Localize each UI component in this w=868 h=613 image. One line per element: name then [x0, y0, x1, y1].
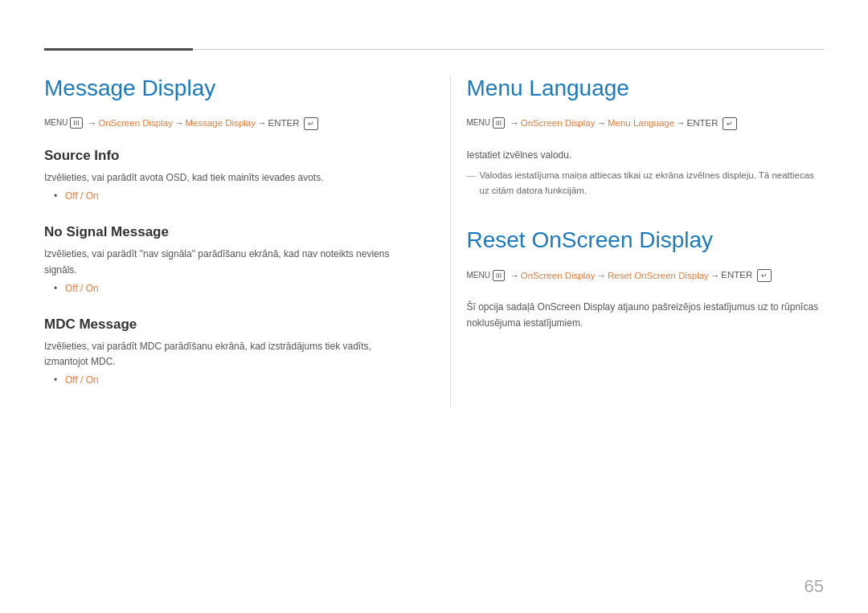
osd-link-r: OnScreen Display: [521, 116, 596, 129]
no-signal-bullets: Off / On: [54, 283, 402, 294]
source-info-body: Izvēlieties, vai parādīt avota OSD, kad …: [44, 170, 402, 186]
menu-language-body: Iestatiet izvēlnes valodu.: [467, 148, 825, 163]
reset-osd-path: MENU III → OnScreen Display → Reset OnSc…: [467, 268, 825, 283]
enter-label: ENTER ↵: [268, 116, 318, 131]
no-signal-bullet-item: Off / On: [54, 283, 402, 294]
no-signal-bullet-text: Off / On: [65, 283, 99, 294]
arrow-r21: →: [510, 269, 519, 282]
page-number: 65: [805, 576, 824, 597]
arrow2: →: [174, 116, 184, 129]
msg-display-link: Message Display: [185, 116, 256, 129]
menu-label-r2: MENU III: [467, 270, 507, 281]
source-info-bullet-item: Off / On: [54, 190, 402, 202]
reset-osd-link: Reset OnScreen Display: [608, 269, 709, 282]
page-container: Message Display MENU III → OnScreen Disp…: [0, 0, 868, 440]
left-menu-path: MENU III → OnScreen Display → Message Di…: [44, 116, 402, 131]
accent-line: [44, 48, 193, 51]
menu-label-r: MENU III: [467, 117, 507, 129]
source-info-section: Source Info Izvēlieties, vai parādīt avo…: [44, 148, 402, 202]
reset-body-link: OnScreen Display: [538, 301, 616, 313]
reset-body-prefix: Šī opcija sadaļā: [467, 301, 538, 313]
mdc-bullets: Off / On: [54, 374, 402, 386]
mdc-bullet-item: Off / On: [54, 374, 402, 386]
arrow-r2: →: [596, 116, 606, 129]
mdc-title: MDC Message: [44, 317, 402, 333]
source-info-title: Source Info: [44, 148, 402, 164]
no-signal-body: Izvēlieties, vai parādīt "nav signāla" p…: [44, 247, 402, 277]
arrow3: →: [257, 116, 267, 129]
menu-lang-link: Menu Language: [608, 116, 674, 129]
reset-osd-body: Šī opcija sadaļā OnScreen Display atjaun…: [467, 300, 825, 330]
menu-language-section: Menu Language MENU III → OnScreen Displa…: [467, 75, 825, 198]
enter-label-r: ENTER ↵: [687, 116, 737, 131]
menu-label: MENU III: [44, 117, 84, 129]
menu-language-note: Valodas iestatījuma maiņa attiecas tikai…: [467, 168, 825, 198]
two-columns: Message Display MENU III → OnScreen Disp…: [44, 75, 824, 408]
menu-language-title: Menu Language: [467, 75, 825, 102]
top-lines: [44, 48, 824, 51]
source-info-bullet-text: Off / On: [65, 190, 99, 202]
arrow-r3: →: [676, 116, 686, 129]
osd-link-r2: OnScreen Display: [521, 269, 596, 282]
no-signal-title: No Signal Message: [44, 224, 402, 240]
reset-osd-section: Reset OnScreen Display MENU III → OnScre…: [467, 227, 825, 331]
no-signal-section: No Signal Message Izvēlieties, vai parād…: [44, 224, 402, 293]
thin-line: [193, 49, 824, 50]
arrow1: →: [88, 116, 97, 129]
menu-language-path: MENU III → OnScreen Display → Menu Langu…: [467, 116, 825, 131]
arrow-r1: →: [510, 116, 519, 129]
source-info-bullets: Off / On: [54, 190, 402, 202]
arrow-r23: →: [710, 269, 720, 282]
right-column: Menu Language MENU III → OnScreen Displa…: [450, 75, 825, 408]
arrow-r22: →: [596, 269, 606, 282]
osd-link: OnScreen Display: [98, 116, 173, 129]
mdc-body: Izvēlieties, vai parādīt MDC parādīšanu …: [44, 339, 402, 370]
reset-osd-title: Reset OnScreen Display: [467, 227, 825, 254]
mdc-section: MDC Message Izvēlieties, vai parādīt MDC…: [44, 317, 402, 386]
mdc-bullet-text: Off / On: [65, 374, 99, 386]
enter-label-r2: ENTER ↵: [721, 268, 771, 283]
left-column: Message Display MENU III → OnScreen Disp…: [44, 75, 418, 408]
left-main-title: Message Display: [44, 75, 402, 102]
